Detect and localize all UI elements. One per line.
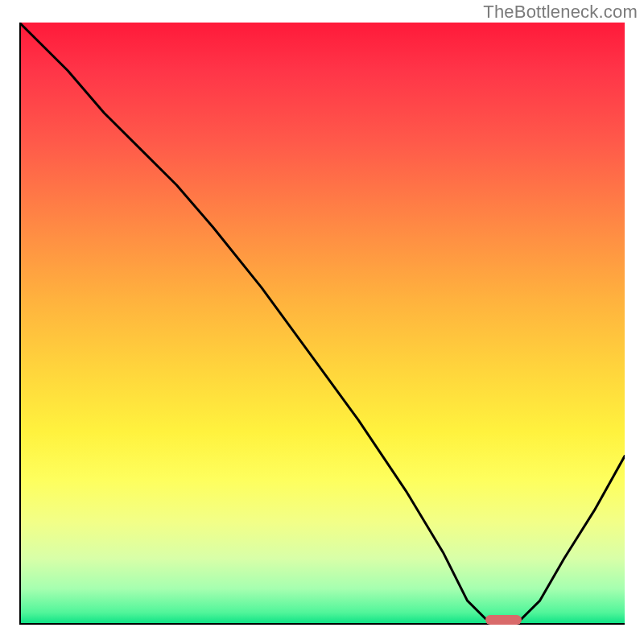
watermark-text: TheBottleneck.com [483, 2, 638, 23]
bottleneck-curve [19, 23, 625, 625]
optimal-range-marker [485, 615, 522, 625]
